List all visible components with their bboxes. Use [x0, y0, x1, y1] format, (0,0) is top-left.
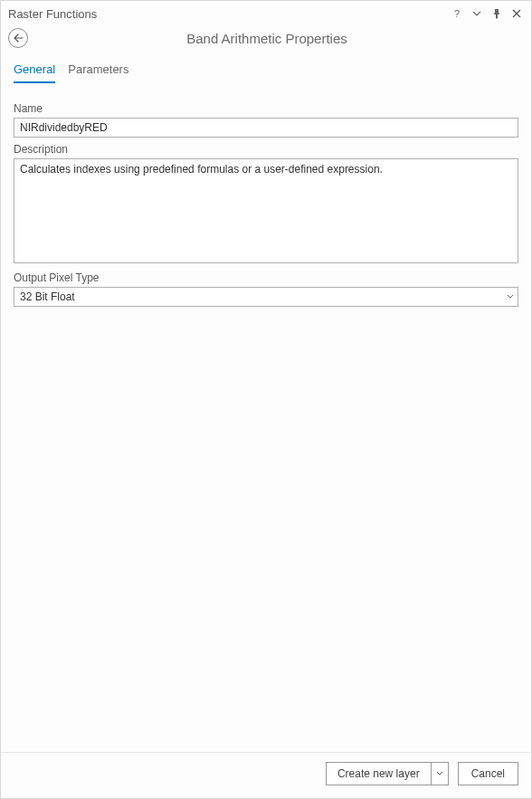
help-icon[interactable]: ?	[450, 6, 464, 21]
tab-parameters[interactable]: Parameters	[68, 62, 128, 83]
create-new-layer-button[interactable]: Create new layer	[326, 762, 431, 785]
cancel-button[interactable]: Cancel	[458, 762, 518, 785]
description-label: Description	[14, 143, 518, 156]
name-label: Name	[14, 102, 518, 115]
svg-text:?: ?	[454, 8, 460, 19]
options-chevron-icon[interactable]	[470, 6, 484, 21]
description-textarea[interactable]: Calculates indexes using predefined form…	[14, 158, 518, 263]
output-pixel-type-select[interactable]: 32 Bit Float	[14, 287, 518, 307]
footer: Create new layer Cancel	[1, 752, 531, 798]
tab-strip: General Parameters	[1, 52, 531, 84]
back-button[interactable]	[8, 28, 28, 48]
output-pixel-type-value: 32 Bit Float	[20, 290, 75, 303]
create-new-layer-dropdown[interactable]	[431, 762, 449, 785]
pin-icon[interactable]	[489, 6, 504, 21]
panel-title: Raster Functions	[8, 7, 97, 21]
create-new-layer-split-button: Create new layer	[326, 762, 449, 785]
page-title: Band Arithmetic Properties	[35, 31, 524, 46]
output-pixel-type-label: Output Pixel Type	[14, 271, 518, 284]
panel-header-controls: ?	[450, 6, 524, 21]
subheader: Band Arithmetic Properties	[1, 24, 531, 52]
panel-header: Raster Functions ?	[1, 1, 531, 24]
name-input[interactable]	[14, 118, 518, 138]
raster-functions-panel: Raster Functions ? Band Arithmetic Prope…	[0, 0, 532, 799]
tab-content-general: Name Description Calculates indexes usin…	[1, 84, 531, 752]
close-icon[interactable]	[509, 6, 524, 21]
tab-general[interactable]: General	[14, 62, 55, 83]
